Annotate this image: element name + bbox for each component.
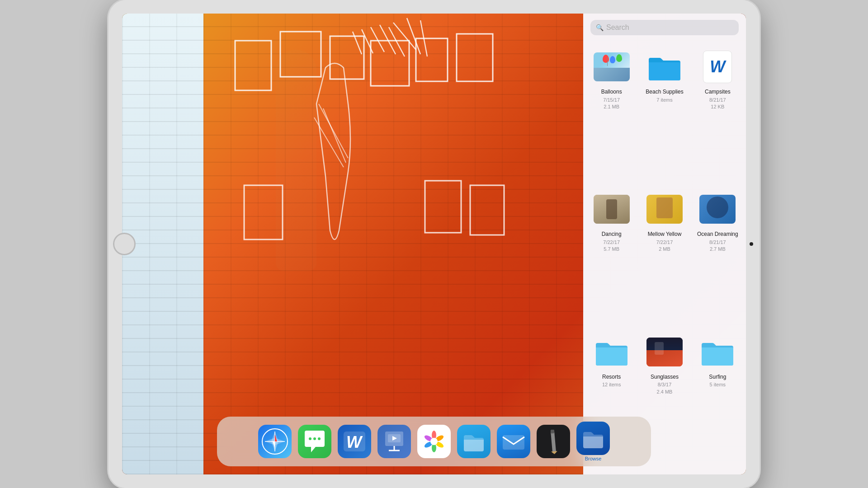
file-name-campsites: Campsites [705,89,731,96]
files-panel: 🔍 Search Balloons [583,14,746,474]
file-item-ocean-dreaming[interactable]: Ocean Dreaming 8/21/172.7 MB [691,186,744,328]
svg-marker-47 [551,451,557,454]
svg-point-43 [430,438,438,445]
file-icon-balloons [594,49,630,85]
file-name-dancing: Dancing [602,231,622,238]
svg-rect-3 [371,41,409,86]
files-grid: Balloons 7/15/172.1 MB Beach Supplies 7 [583,40,746,474]
svg-point-29 [318,437,321,440]
file-item-campsites[interactable]: W Campsites 8/21/1712 KB [691,43,744,186]
dock: W [217,417,651,466]
svg-line-48 [551,433,554,434]
svg-line-14 [420,20,427,56]
file-name-beach-supplies: Beach Supplies [646,89,683,96]
file-meta-dancing: 7/22/175.7 MB [603,239,620,253]
file-icon-beach-supplies [646,49,683,85]
search-icon: 🔍 [596,24,604,31]
search-bar[interactable]: 🔍 Search [590,20,739,35]
svg-line-15 [389,27,405,56]
svg-rect-46 [551,430,555,434]
svg-rect-11 [470,185,504,235]
word-app-icon[interactable]: W [338,425,371,458]
file-meta-beach-supplies: 7 items [656,97,672,103]
file-item-surfing[interactable]: Surfing 5 items [691,328,744,471]
file-icon-dancing [594,191,630,227]
file-item-beach-supplies[interactable]: Beach Supplies 7 items [638,43,691,186]
svg-rect-5 [457,34,493,81]
svg-rect-10 [425,181,461,233]
pencil-app-icon[interactable] [537,425,570,458]
file-meta-ocean-dreaming: 8/21/172.7 MB [709,239,726,253]
file-item-mellow-yellow[interactable]: Mellow Yellow 7/22/172 MB [638,186,691,328]
file-meta-sunglasses: 8/3/172.4 MB [657,381,673,395]
file-name-balloons: Balloons [601,89,622,96]
photos-app-icon[interactable] [417,425,451,458]
file-icon-surfing [699,334,736,370]
keynote-app-icon[interactable] [377,425,411,458]
messages-app-icon[interactable] [298,425,331,458]
ipad-frame: 🔍 Search Balloons [108,0,760,488]
file-icon-mellow-yellow [646,191,683,227]
file-name-resorts: Resorts [602,374,621,381]
right-dot [750,242,753,246]
file-icon-campsites: W [699,49,736,85]
file-icon-sunglasses [646,334,683,370]
svg-line-12 [393,23,416,50]
file-meta-resorts: 12 items [602,381,621,388]
mail-app-icon[interactable] [497,425,530,458]
svg-rect-4 [416,38,448,81]
browse-icon [576,422,610,455]
safari-app-icon[interactable] [258,425,292,458]
svg-text:W: W [346,433,363,451]
file-name-mellow-yellow: Mellow Yellow [648,231,682,238]
file-name-sunglasses: Sunglasses [651,374,679,381]
files-app-icon[interactable] [457,425,491,458]
svg-line-19 [353,32,362,54]
file-icon-resorts [594,334,630,370]
file-name-surfing: Surfing [709,374,726,381]
svg-line-18 [362,29,373,53]
browse-label: Browse [585,456,602,461]
file-icon-ocean-dreaming [699,191,736,227]
file-meta-balloons: 7/15/172.1 MB [603,97,620,111]
svg-line-16 [380,25,396,54]
browse-button[interactable]: Browse [576,422,610,461]
home-button[interactable] [113,233,136,255]
svg-point-28 [313,437,316,440]
search-placeholder: Search [606,23,733,32]
svg-point-27 [309,437,311,440]
svg-rect-44 [503,435,524,450]
file-meta-mellow-yellow: 7/22/172 MB [656,239,673,253]
file-meta-campsites: 8/21/1712 KB [709,97,726,111]
file-meta-surfing: 5 items [710,381,726,388]
svg-line-17 [371,27,384,52]
file-item-dancing[interactable]: Dancing 7/22/175.7 MB [585,186,638,328]
file-item-balloons[interactable]: Balloons 7/15/172.1 MB [585,43,638,186]
screen: 🔍 Search Balloons [122,14,746,474]
file-name-ocean-dreaming: Ocean Dreaming [697,231,738,238]
svg-line-13 [407,18,420,54]
